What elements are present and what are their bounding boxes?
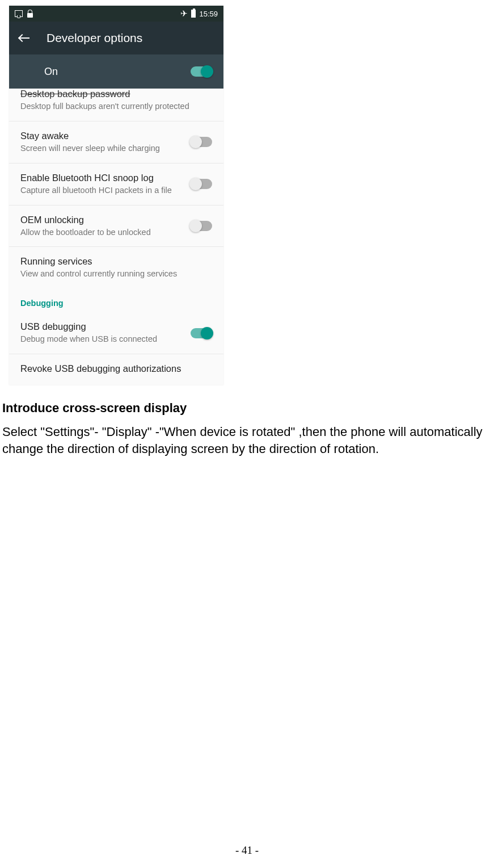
stay-awake-toggle[interactable] <box>191 137 212 147</box>
running-services-item[interactable]: Running services View and control curren… <box>9 247 223 288</box>
item-subtitle: View and control currently running servi… <box>20 269 212 279</box>
app-bar: Developer options <box>9 22 223 54</box>
item-title: Enable Bluetooth HCI snoop log <box>20 173 191 183</box>
battery-icon <box>191 10 196 18</box>
page-container: ✈ 15:59 Developer options On Desktop bac… <box>0 0 494 458</box>
item-title: Desktop backup password <box>20 89 212 99</box>
item-subtitle: Allow the bootloader to be unlocked <box>20 227 191 238</box>
stay-awake-item[interactable]: Stay awake Screen will never sleep while… <box>9 121 223 163</box>
item-subtitle: Capture all bluetooth HCI packets in a f… <box>20 185 191 196</box>
app-bar-title: Developer options <box>47 31 142 45</box>
status-bar: ✈ 15:59 <box>9 6 223 22</box>
item-subtitle: Desktop full backups aren't currently pr… <box>20 101 212 112</box>
debugging-section-header: Debugging <box>9 288 223 312</box>
item-title: Running services <box>20 256 212 267</box>
lock-icon <box>27 10 33 18</box>
master-switch-label: On <box>44 66 58 78</box>
image-icon <box>15 10 23 17</box>
phone-screenshot: ✈ 15:59 Developer options On Desktop bac… <box>9 6 223 385</box>
master-switch-row[interactable]: On <box>9 54 223 89</box>
page-number: - 41 - <box>0 844 494 857</box>
status-left <box>15 10 33 18</box>
revoke-usb-item[interactable]: Revoke USB debugging authorizations <box>9 354 223 385</box>
oem-unlocking-toggle[interactable] <box>191 221 212 231</box>
item-subtitle: Screen will never sleep while charging <box>20 143 191 154</box>
item-title: Revoke USB debugging authorizations <box>20 363 212 374</box>
item-subtitle: Debug mode when USB is connected <box>20 334 191 345</box>
bluetooth-hci-toggle[interactable] <box>191 179 212 189</box>
doc-heading: Introduce cross-screen display <box>2 401 492 416</box>
item-title: USB debugging <box>20 321 191 332</box>
item-title: Stay awake <box>20 131 191 141</box>
item-title: OEM unlocking <box>20 215 191 225</box>
doc-body: Select "Settings"- "Display" -"When devi… <box>2 423 492 458</box>
desktop-backup-password-item[interactable]: Desktop backup password Desktop full bac… <box>9 89 223 121</box>
bluetooth-hci-item[interactable]: Enable Bluetooth HCI snoop log Capture a… <box>9 163 223 206</box>
status-right: ✈ 15:59 <box>180 9 218 19</box>
back-arrow-icon[interactable] <box>19 33 31 43</box>
status-time: 15:59 <box>199 10 218 18</box>
master-toggle[interactable] <box>191 66 212 77</box>
airplane-icon: ✈ <box>180 9 188 19</box>
settings-list: Desktop backup password Desktop full bac… <box>9 89 223 385</box>
usb-debugging-item[interactable]: USB debugging Debug mode when USB is con… <box>9 312 223 354</box>
oem-unlocking-item[interactable]: OEM unlocking Allow the bootloader to be… <box>9 206 223 248</box>
usb-debugging-toggle[interactable] <box>191 328 212 338</box>
